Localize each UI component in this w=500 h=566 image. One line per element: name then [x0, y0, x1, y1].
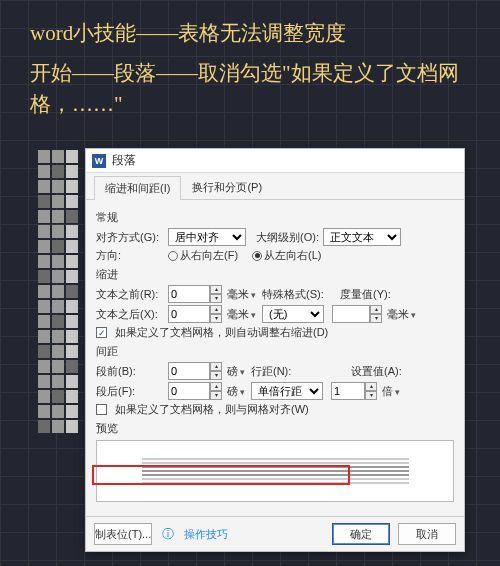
unit-bei[interactable]: 倍 [382, 384, 400, 399]
word-icon: W [92, 154, 106, 168]
tabs-button[interactable]: 制表位(T)... [94, 523, 152, 545]
unit-pt[interactable]: 磅 [227, 384, 245, 399]
indent-after-input[interactable] [168, 305, 210, 323]
spin-buttons[interactable]: ▴▾ [365, 382, 377, 400]
titlebar: W 段落 [86, 149, 464, 173]
tab-pagebreak[interactable]: 换行和分页(P) [181, 175, 273, 199]
spacing-before-input[interactable] [168, 362, 210, 380]
spin-buttons[interactable]: ▴▾ [370, 305, 382, 323]
spin-buttons[interactable]: ▴▾ [210, 305, 222, 323]
linespace-label: 行距(N): [251, 364, 313, 379]
spacing-label: 间距 [96, 344, 454, 359]
tips-link[interactable]: 操作技巧 [184, 527, 228, 542]
spacing-after-input[interactable] [168, 382, 210, 400]
at-label: 设置值(A): [351, 364, 402, 379]
spacing-grid-label: 如果定义了文档网格，则与网格对齐(W) [115, 402, 309, 417]
by-input[interactable] [332, 305, 370, 323]
indent-label: 缩进 [96, 267, 454, 282]
outline-select[interactable]: 正文文本 [323, 228, 401, 246]
cancel-button[interactable]: 取消 [398, 523, 456, 545]
spin-buttons[interactable]: ▴▾ [210, 362, 222, 380]
outline-label: 大纲级别(O): [256, 230, 319, 245]
general-label: 常规 [96, 210, 454, 225]
special-label: 特殊格式(S): [262, 287, 324, 302]
align-label: 对齐方式(G): [96, 230, 164, 245]
button-bar: 制表位(T)... ⓘ 操作技巧 确定 取消 [86, 516, 464, 551]
special-select[interactable]: (无) [262, 305, 324, 323]
spin-buttons[interactable]: ▴▾ [210, 285, 222, 303]
spacing-after-label: 段后(F): [96, 384, 164, 399]
annotation-line1: word小技能——表格无法调整宽度 [30, 18, 470, 50]
dialog-body: 常规 对齐方式(G): 居中对齐 大纲级别(O): 正文文本 方向: 从右向左(… [86, 200, 464, 516]
unit-mm[interactable]: 毫米 [227, 307, 256, 322]
direction-label: 方向: [96, 248, 164, 263]
unit-mm[interactable]: 毫米 [227, 287, 256, 302]
tab-indent[interactable]: 缩进和间距(I) [94, 176, 181, 200]
indent-grid-label: 如果定义了文档网格，则自动调整右缩进(D) [115, 325, 328, 340]
unit-pt[interactable]: 磅 [227, 364, 245, 379]
pixelated-background [38, 150, 78, 550]
spin-buttons[interactable]: ▴▾ [210, 382, 222, 400]
spacing-grid-checkbox[interactable] [96, 404, 107, 415]
by-label: 度量值(Y): [340, 287, 391, 302]
preview-box [96, 440, 454, 502]
linespace-select[interactable]: 单倍行距 [251, 382, 323, 400]
spacing-before-label: 段前(B): [96, 364, 164, 379]
unit-mm-by[interactable]: 毫米 [387, 307, 416, 322]
at-input[interactable] [331, 382, 365, 400]
annotation-text: word小技能——表格无法调整宽度 开始——段落——取消勾选"如果定义了文档网格… [0, 0, 500, 139]
info-icon: ⓘ [162, 526, 174, 543]
align-select[interactable]: 居中对齐 [168, 228, 246, 246]
indent-before-input[interactable] [168, 285, 210, 303]
annotation-line2: 开始——段落——取消勾选"如果定义了文档网格，……" [30, 58, 470, 121]
preview-label: 预览 [96, 421, 454, 436]
ok-button[interactable]: 确定 [332, 523, 390, 545]
dialog-title: 段落 [112, 152, 136, 169]
direction-ltr-radio[interactable]: 从左向右(L) [252, 248, 321, 263]
indent-after-label: 文本之后(X): [96, 307, 164, 322]
paragraph-dialog: W 段落 缩进和间距(I) 换行和分页(P) 常规 对齐方式(G): 居中对齐 … [85, 148, 465, 552]
direction-rtl-radio[interactable]: 从右向左(F) [168, 248, 238, 263]
indent-before-label: 文本之前(R): [96, 287, 164, 302]
indent-grid-checkbox[interactable] [96, 327, 107, 338]
tabs: 缩进和间距(I) 换行和分页(P) [86, 173, 464, 200]
